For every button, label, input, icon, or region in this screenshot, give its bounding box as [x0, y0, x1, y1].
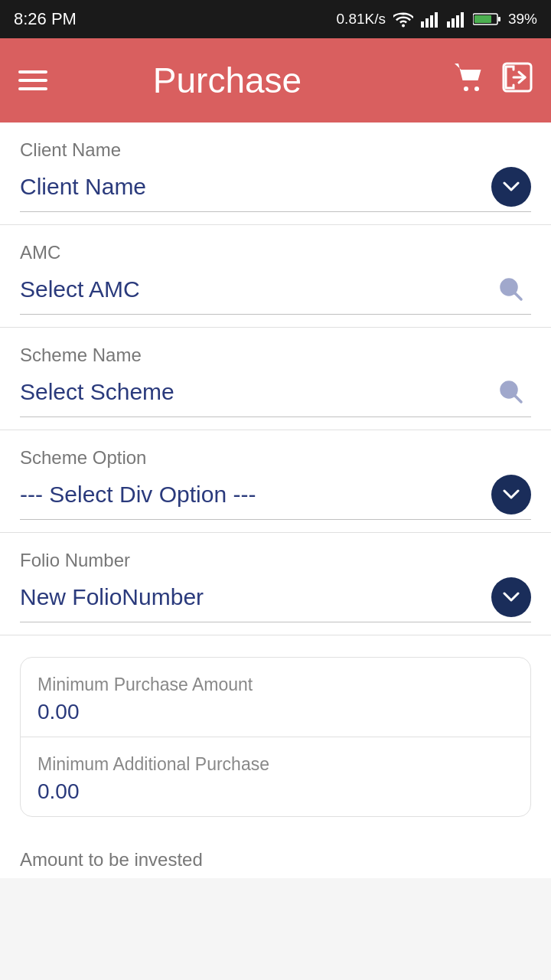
svg-rect-5	[452, 18, 455, 28]
min-purchase-value: 0.00	[37, 700, 514, 724]
scheme-option-dropdown[interactable]	[491, 475, 531, 514]
status-time: 8:26 PM	[14, 9, 77, 29]
amc-field[interactable]: Select AMC	[20, 270, 531, 315]
client-name-label: Client Name	[20, 139, 531, 161]
topbar: Purchase	[0, 38, 551, 122]
scheme-name-section: Scheme Name Select Scheme	[0, 328, 551, 430]
svg-rect-3	[435, 12, 438, 28]
folio-number-label: Folio Number	[20, 550, 531, 571]
amc-value: Select AMC	[20, 276, 140, 302]
scheme-search-button[interactable]	[491, 372, 531, 412]
svg-rect-2	[430, 15, 433, 28]
status-bar: 8:26 PM 0.81K/s 39%	[0, 0, 551, 38]
svg-rect-0	[421, 21, 424, 28]
wifi-icon	[393, 11, 413, 28]
svg-point-12	[474, 87, 479, 91]
min-purchase-label: Minimum Purchase Amount	[37, 675, 514, 695]
form-content: Client Name Client Name AMC Select AMC S…	[0, 122, 551, 878]
page-title: Purchase	[2, 60, 453, 101]
scheme-option-field[interactable]: --- Select Div Option ---	[20, 475, 531, 520]
info-card: Minimum Purchase Amount 0.00 Minimum Add…	[20, 657, 531, 817]
amc-label: AMC	[20, 242, 531, 263]
svg-rect-10	[474, 15, 491, 23]
battery-icon	[473, 12, 500, 26]
client-name-value: Client Name	[20, 174, 146, 200]
scheme-option-label: Scheme Option	[20, 447, 531, 469]
battery-percent: 39%	[508, 11, 537, 28]
svg-point-11	[464, 87, 468, 91]
network-speed: 0.81K/s	[337, 11, 386, 28]
amount-section: Amount to be invested	[0, 832, 551, 878]
min-additional-row: Minimum Additional Purchase 0.00	[21, 737, 530, 816]
scheme-option-section: Scheme Option --- Select Div Option ---	[0, 430, 551, 533]
signal-icon-2	[447, 11, 465, 28]
min-purchase-row: Minimum Purchase Amount 0.00	[21, 658, 530, 737]
min-additional-label: Minimum Additional Purchase	[37, 754, 514, 775]
folio-number-dropdown[interactable]	[491, 577, 531, 617]
status-indicators: 0.81K/s 39%	[337, 11, 537, 28]
svg-rect-7	[461, 12, 464, 28]
client-name-dropdown[interactable]	[491, 167, 531, 207]
folio-number-field[interactable]: New FolioNumber	[20, 577, 531, 622]
scheme-name-field[interactable]: Select Scheme	[20, 372, 531, 417]
client-name-field[interactable]: Client Name	[20, 167, 531, 212]
scheme-name-value: Select Scheme	[20, 379, 174, 405]
svg-rect-4	[447, 21, 450, 28]
signal-icon-1	[421, 11, 439, 28]
svg-rect-1	[425, 18, 429, 28]
amount-label: Amount to be invested	[20, 849, 531, 871]
folio-number-value: New FolioNumber	[20, 584, 204, 610]
scheme-option-value: --- Select Div Option ---	[20, 482, 256, 508]
amc-search-button[interactable]	[491, 270, 531, 309]
folio-number-section: Folio Number New FolioNumber	[0, 533, 551, 635]
client-name-section: Client Name Client Name	[0, 122, 551, 225]
topbar-actions	[453, 62, 533, 100]
min-additional-value: 0.00	[37, 779, 514, 804]
svg-rect-9	[498, 17, 500, 21]
cart-button[interactable]	[453, 62, 487, 100]
scheme-name-label: Scheme Name	[20, 345, 531, 366]
logout-button[interactable]	[502, 62, 533, 100]
svg-rect-6	[456, 15, 459, 28]
amc-section: AMC Select AMC	[0, 225, 551, 328]
